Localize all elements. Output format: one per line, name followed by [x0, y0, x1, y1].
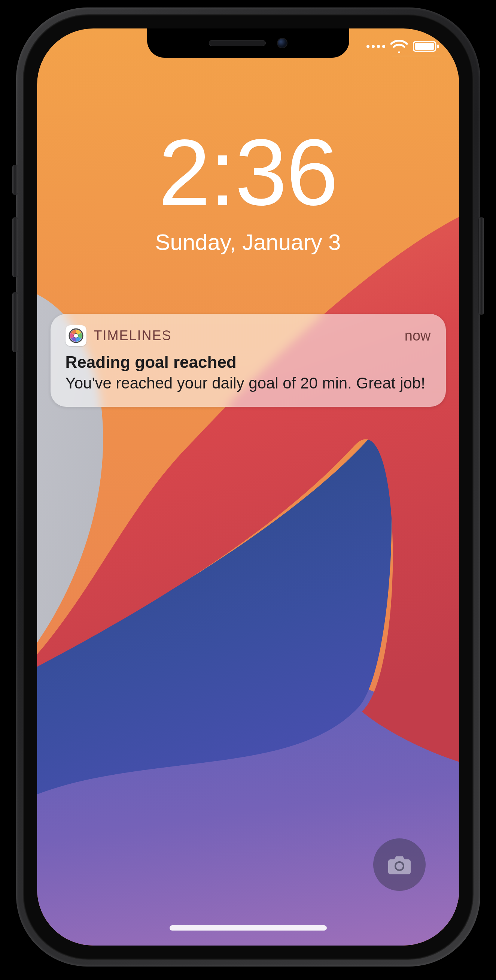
notification-card[interactable]: TIMELINES now Reading goal reached You'v…	[51, 314, 446, 407]
timelines-app-icon	[65, 325, 87, 346]
front-camera	[277, 38, 287, 48]
camera-shortcut-button[interactable]	[373, 838, 426, 891]
svg-point-2	[372, 45, 375, 48]
notification-app-name: TIMELINES	[94, 328, 172, 344]
volume-down[interactable]	[13, 292, 17, 352]
home-indicator[interactable]	[170, 925, 327, 931]
notch	[147, 29, 349, 58]
screen: 2:36 Sunday, January 3	[37, 29, 459, 945]
battery-full-icon	[413, 40, 440, 52]
earpiece-speaker	[209, 40, 266, 46]
lock-screen-clock: 2:36 Sunday, January 3	[37, 126, 459, 255]
notification-title: Reading goal reached	[65, 353, 431, 372]
notification-header: TIMELINES now	[65, 325, 431, 346]
svg-rect-7	[437, 45, 439, 48]
clock-time: 2:36	[37, 126, 459, 220]
volume-up[interactable]	[13, 217, 17, 277]
power-button[interactable]	[479, 217, 484, 315]
phone-frame: 2:36 Sunday, January 3	[16, 8, 480, 967]
notification-timestamp: now	[405, 328, 431, 344]
status-underline	[392, 56, 441, 57]
svg-point-1	[366, 45, 369, 48]
svg-point-9	[74, 333, 78, 338]
wifi-icon	[390, 40, 408, 53]
svg-point-3	[377, 45, 380, 48]
mute-switch[interactable]	[13, 165, 17, 195]
cellular-dots-icon	[366, 43, 385, 50]
svg-point-4	[382, 45, 385, 48]
phone-bezel: 2:36 Sunday, January 3	[23, 14, 474, 960]
svg-rect-6	[415, 43, 434, 50]
clock-date: Sunday, January 3	[37, 229, 459, 255]
notification-body: You've reached your daily goal of 20 min…	[65, 373, 431, 393]
